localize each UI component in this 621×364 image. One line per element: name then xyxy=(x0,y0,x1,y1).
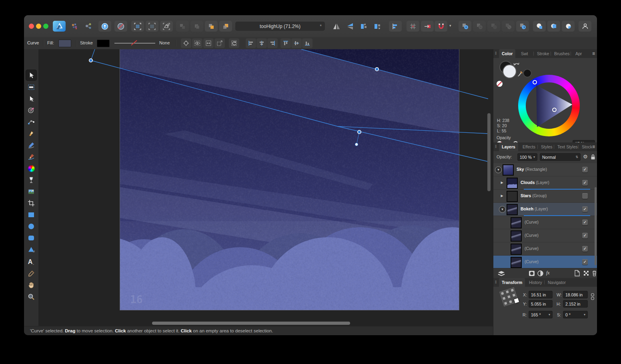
geometry-intersect-icon[interactable] xyxy=(562,21,575,32)
tab-effects[interactable]: Effects xyxy=(520,142,538,151)
grid-options-icon[interactable] xyxy=(407,21,419,32)
layer-thumbnail[interactable] xyxy=(511,244,521,254)
hue-wheel[interactable] xyxy=(518,75,580,136)
layer-row-curve-6[interactable]: (Curve)✓ xyxy=(493,242,597,256)
layer-row-bokeh[interactable]: ▼Bokeh (Layer)✓ xyxy=(493,203,597,216)
chevron-down-icon[interactable]: ▾ xyxy=(533,155,535,159)
tab-history[interactable]: History xyxy=(526,278,545,287)
flip-horizontal-icon[interactable] xyxy=(331,21,343,32)
pencil-tool[interactable] xyxy=(26,140,36,150)
hue-selector[interactable] xyxy=(533,80,537,84)
tab-styles[interactable]: Styles xyxy=(538,142,555,151)
stroke-swatch[interactable] xyxy=(97,40,110,47)
transform-box-icon[interactable] xyxy=(214,38,225,48)
layer-visibility-checkbox[interactable] xyxy=(582,193,588,199)
expand-layer-icon[interactable]: ▶ xyxy=(499,180,505,186)
stroke-width-slider[interactable] xyxy=(114,39,156,47)
canvas-viewport[interactable]: 16 xyxy=(38,49,493,326)
sl-selector[interactable] xyxy=(552,108,557,112)
panel-menu-icon[interactable]: ≡ xyxy=(592,144,595,150)
move-tool[interactable] xyxy=(26,70,36,80)
transform-origin-icon[interactable] xyxy=(181,38,191,48)
boolean-divide-icon[interactable] xyxy=(502,21,515,32)
zoom-tool[interactable] xyxy=(26,292,36,302)
selection-lasso-icon[interactable] xyxy=(160,21,173,32)
collapse-layer-icon[interactable]: ▼ xyxy=(499,206,506,213)
view-hand-tool[interactable] xyxy=(26,280,36,290)
rotation-dropdown[interactable]: 165 °▾ xyxy=(529,311,553,318)
delete-layer-trash-icon[interactable] xyxy=(592,270,597,276)
arrange-backward-icon[interactable] xyxy=(371,21,383,32)
layer-row-clouds[interactable]: ▶Clouds (Layer)✓ xyxy=(493,176,597,190)
layer-thumbnail[interactable] xyxy=(507,204,517,215)
layer-row-curve-7[interactable]: (Curve)✓ xyxy=(493,256,597,269)
layer-visibility-checkbox[interactable]: ✓ xyxy=(582,167,588,172)
y-field[interactable]: 5.055 in xyxy=(529,300,553,308)
panel-grip-icon[interactable]: ‖ xyxy=(495,51,497,56)
geometry-front-icon[interactable] xyxy=(547,21,560,32)
layer-visibility-checkbox[interactable]: ✓ xyxy=(582,206,588,212)
pen-tool[interactable] xyxy=(26,128,36,139)
boolean-intersect-icon[interactable] xyxy=(487,21,500,32)
boolean-subtract-icon[interactable] xyxy=(473,21,486,32)
layer-visibility-checkbox[interactable]: ✓ xyxy=(582,246,588,252)
pattern-layer-icon[interactable] xyxy=(583,270,589,276)
no-colour-icon[interactable] xyxy=(497,81,503,87)
align-top-icon[interactable] xyxy=(280,38,291,48)
boolean-combine-icon[interactable] xyxy=(516,21,529,32)
x-field[interactable]: 16.51 in xyxy=(529,291,553,298)
layer-row-curve-5[interactable]: (Curve)✓ xyxy=(493,229,597,242)
layer-thumbnail[interactable] xyxy=(511,257,521,268)
align-middle-icon[interactable] xyxy=(291,38,302,48)
share-nodes-icon[interactable] xyxy=(82,21,94,32)
artboard-tool[interactable] xyxy=(26,82,36,92)
rotate-object-icon[interactable] xyxy=(229,38,239,48)
node-tool[interactable] xyxy=(26,94,36,104)
fill-swatch[interactable] xyxy=(503,65,516,78)
ellipse-tool[interactable] xyxy=(26,221,36,232)
fill-swatch[interactable] xyxy=(58,40,71,47)
chevron-down-icon[interactable]: ▾ xyxy=(584,313,585,316)
triangle-tool[interactable] xyxy=(26,244,36,255)
account-person-icon[interactable] xyxy=(579,21,591,32)
layer-row-curve-4[interactable]: (Curve)✓ xyxy=(493,216,597,229)
layer-visibility-checkbox[interactable]: ✓ xyxy=(582,180,588,186)
no-export-persona-icon[interactable] xyxy=(114,21,127,32)
layer-effects-fx-icon[interactable]: fx xyxy=(546,270,550,276)
point-transform-tool[interactable] xyxy=(26,105,36,116)
document-title[interactable]: tooHighUp (71.2%) * xyxy=(235,22,325,31)
show-handles-icon[interactable] xyxy=(203,38,214,48)
place-image-tool[interactable] xyxy=(26,186,36,197)
layers-opacity-dropdown[interactable]: 100 % ▾ xyxy=(517,153,537,161)
panel-grip-icon[interactable]: ‖ xyxy=(495,280,497,284)
geometry-behind-icon[interactable] xyxy=(533,21,546,32)
pixel-cluster-icon[interactable] xyxy=(69,21,81,32)
insert-above-icon[interactable] xyxy=(219,21,232,32)
snapping-caret-icon[interactable]: ▾ xyxy=(449,24,451,28)
move-to-snap-icon[interactable] xyxy=(421,21,434,32)
spinner-icon[interactable]: ⇅ xyxy=(575,155,578,159)
panel-menu-icon[interactable]: ≡ xyxy=(592,51,595,56)
align-left-icon[interactable] xyxy=(246,38,256,48)
panel-grip-icon[interactable]: ‖ xyxy=(495,144,497,149)
transparency-tool[interactable] xyxy=(26,175,36,185)
text-tool[interactable]: A xyxy=(26,257,36,267)
alignment-icon[interactable] xyxy=(389,21,402,32)
snapping-magnet-icon[interactable] xyxy=(435,21,447,32)
selection-grid-dim-icon[interactable] xyxy=(146,21,158,32)
tab-brushes[interactable]: Brushes xyxy=(551,49,573,58)
corner-tool[interactable] xyxy=(26,117,36,127)
tab-color[interactable]: Color xyxy=(499,49,515,58)
boolean-add-icon[interactable] xyxy=(459,21,471,32)
close-window-button[interactable] xyxy=(29,24,34,29)
anchor-point-selector[interactable] xyxy=(499,287,519,306)
colour-wheel-tool[interactable] xyxy=(26,163,36,174)
rounded-rectangle-tool[interactable] xyxy=(26,233,36,243)
align-bottom-icon[interactable] xyxy=(302,38,313,48)
arrange-forward-icon[interactable] xyxy=(358,21,370,32)
layer-thumbnail[interactable] xyxy=(507,191,517,202)
layer-thumbnail[interactable] xyxy=(507,178,517,188)
document-canvas[interactable]: 16 xyxy=(120,49,459,310)
tab-appearance[interactable]: Apr xyxy=(573,49,585,58)
layer-thumbnail[interactable] xyxy=(511,218,521,228)
